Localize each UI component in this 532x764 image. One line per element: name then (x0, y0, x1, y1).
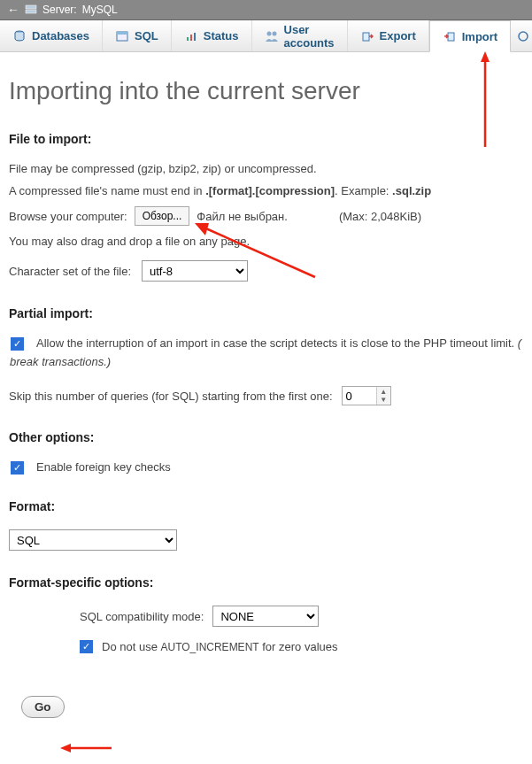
autoincrement-label: Do not use AUTO_INCREMENT for zero value… (102, 640, 338, 653)
svg-rect-10 (363, 33, 369, 41)
section-heading: Format: (9, 499, 523, 513)
fk-checks-checkbox[interactable]: ✓ (11, 461, 24, 475)
charset-row: Character set of the file: utf-8 (9, 260, 523, 282)
tab-sql[interactable]: SQL (103, 20, 172, 51)
svg-point-8 (266, 31, 271, 35)
spinner-arrows-icon[interactable]: ▲▼ (376, 387, 390, 405)
section-heading: Partial import: (9, 306, 523, 320)
browse-label: Browse your computer: (9, 210, 127, 223)
tab-more[interactable] (511, 20, 532, 51)
tab-export[interactable]: Export (348, 20, 429, 51)
sql-compat-label: SQL compatibility mode: (80, 610, 204, 623)
skip-queries-row: Skip this number of queries (for SQL) st… (9, 386, 523, 405)
tab-label: Status (204, 29, 239, 42)
charset-label: Character set of the file: (9, 265, 131, 278)
skip-queries-input[interactable] (343, 387, 376, 405)
code-text: AUTO_INCREMENT (161, 641, 259, 653)
status-icon (184, 29, 198, 43)
format-select[interactable]: SQL (9, 529, 177, 551)
svg-point-12 (519, 32, 528, 41)
text: . Example: (335, 184, 392, 197)
no-file-text: Файл не выбран. (197, 210, 288, 223)
text: A compressed file's name must end in (9, 184, 205, 197)
tab-label: User accounts (284, 23, 335, 50)
tab-databases[interactable]: Databases (0, 20, 103, 51)
browse-button[interactable]: Обзор... (135, 206, 190, 226)
filename-note: A compressed file's name must end in .[f… (9, 184, 523, 197)
server-name: MySQL (82, 4, 118, 16)
section-heading: Format-specific options: (9, 575, 523, 590)
server-prefix: Server: (42, 4, 77, 16)
max-size-note: (Max: 2,048KiB) (339, 210, 421, 223)
sql-compat-row: SQL compatibility mode: NONE (80, 606, 523, 627)
allow-interruption-row: ✓ Allow the interruption of an import in… (11, 336, 523, 368)
svg-point-9 (272, 31, 276, 35)
section-other-options: Other options: ✓ Enable foreign key chec… (9, 430, 523, 475)
autoincrement-row: ✓ Do not use AUTO_INCREMENT for zero val… (80, 639, 523, 653)
allow-interruption-label: Allow the interruption of an import in c… (36, 336, 514, 350)
tab-user-accounts[interactable]: User accounts (252, 20, 348, 51)
database-icon (12, 29, 27, 43)
section-format: Format: SQL (9, 499, 523, 551)
svg-rect-0 (26, 5, 36, 9)
tab-label: Databases (32, 29, 89, 42)
export-icon (360, 29, 374, 43)
pattern-text: .[format].[compression] (205, 184, 335, 197)
allow-interruption-checkbox[interactable]: ✓ (11, 337, 24, 351)
import-icon (443, 29, 457, 43)
svg-rect-7 (194, 33, 196, 41)
sql-icon (115, 29, 129, 43)
nav-tabs: Databases SQL Status User accounts Expor… (0, 20, 532, 52)
skip-queries-spinner[interactable]: ▲▼ (342, 386, 391, 405)
section-heading: Other options: (9, 430, 523, 444)
section-file-to-import: File to import: File may be compressed (… (9, 132, 523, 282)
more-icon (516, 29, 530, 43)
svg-rect-11 (448, 33, 454, 41)
page-title: Importing into the current server (9, 77, 523, 105)
fk-checks-label: Enable foreign key checks (36, 460, 171, 474)
go-button[interactable]: Go (21, 696, 65, 718)
fk-checks-row: ✓ Enable foreign key checks (11, 460, 523, 475)
skip-queries-label: Skip this number of queries (for SQL) st… (9, 390, 333, 403)
server-titlebar: ← Server: MySQL (0, 0, 532, 20)
tab-label: Import (462, 30, 497, 43)
tab-label: Export (380, 29, 416, 42)
section-heading: File to import: (9, 132, 523, 146)
text: Do not use (102, 640, 161, 653)
collapse-icon[interactable]: ← (7, 4, 19, 16)
svg-rect-6 (190, 35, 192, 41)
tab-label: SQL (135, 29, 158, 42)
browse-row: Browse your computer: Обзор... Файл не в… (9, 206, 523, 226)
example-text: .sql.zip (392, 184, 431, 197)
tab-import[interactable]: Import (429, 20, 511, 52)
autoincrement-checkbox[interactable]: ✓ (80, 640, 93, 653)
sql-compat-select[interactable]: NONE (212, 606, 319, 627)
section-format-specific: Format-specific options: SQL compatibili… (9, 575, 523, 653)
users-icon (265, 29, 279, 43)
svg-rect-5 (187, 37, 189, 41)
compress-note: File may be compressed (gzip, bzip2, zip… (9, 162, 523, 175)
text: for zero values (259, 640, 338, 653)
section-partial-import: Partial import: ✓ Allow the interruption… (9, 306, 523, 405)
drag-drop-note: You may also drag and drop a file on any… (9, 235, 523, 248)
charset-select[interactable]: utf-8 (142, 260, 248, 282)
server-icon (25, 4, 37, 15)
svg-rect-4 (117, 32, 127, 35)
tab-status[interactable]: Status (172, 20, 252, 51)
page-content: Importing into the current server File t… (0, 52, 532, 736)
allow-interruption-italic: break transactions.) (10, 355, 521, 368)
svg-rect-1 (26, 10, 36, 13)
